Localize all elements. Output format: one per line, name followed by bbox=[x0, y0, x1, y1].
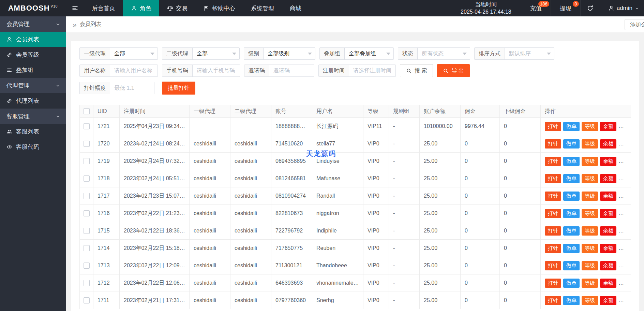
action-level-button[interactable]: 等级 bbox=[582, 157, 598, 166]
filter-select-agent2[interactable]: 二级代理全部 bbox=[162, 47, 240, 60]
action-inject-button[interactable]: 打针 bbox=[545, 139, 561, 149]
nav-item-trade[interactable]: 交易 bbox=[159, 0, 195, 16]
filter-regtime-input[interactable] bbox=[349, 65, 395, 76]
action-inject-button[interactable]: 打针 bbox=[545, 279, 561, 288]
filter-select-level[interactable]: 级别全部级别 bbox=[244, 47, 315, 60]
refresh-button[interactable] bbox=[581, 0, 600, 16]
inject-range-input[interactable] bbox=[110, 82, 154, 94]
cell-commission: 0 bbox=[461, 257, 500, 274]
topnav-right: 当地时间 2025-04-26 17:44:18 充值 186 提现 0 adm… bbox=[451, 0, 644, 16]
action-order-button[interactable]: 做单 bbox=[563, 279, 580, 288]
cell-rule-group: - bbox=[389, 153, 420, 170]
action-inject-button[interactable]: 打针 bbox=[545, 157, 561, 166]
row-checkbox[interactable] bbox=[84, 210, 90, 216]
sidebar-item-service-code[interactable]: 客服代码 bbox=[0, 139, 66, 155]
action-order-button[interactable]: 做单 bbox=[563, 192, 580, 201]
action-balance-button[interactable]: 余额 bbox=[600, 192, 616, 201]
action-level-button[interactable]: 等级 bbox=[582, 209, 598, 218]
action-balance-button[interactable]: 余额 bbox=[600, 174, 616, 183]
nav-item-mall[interactable]: 商城 bbox=[282, 0, 309, 16]
row-checkbox[interactable] bbox=[84, 123, 90, 129]
action-level-button[interactable]: 等级 bbox=[582, 226, 598, 236]
action-order-button[interactable]: 做单 bbox=[563, 226, 580, 236]
action-order-button[interactable]: 做单 bbox=[563, 174, 580, 183]
row-checkbox[interactable] bbox=[84, 245, 90, 251]
filter-invite-input[interactable] bbox=[269, 65, 314, 76]
add-member-button[interactable]: 添加会员 bbox=[625, 19, 644, 30]
action-level-button[interactable]: 等级 bbox=[582, 296, 598, 305]
action-order-button[interactable]: 做单 bbox=[563, 209, 580, 218]
sidebar-item-stack-group[interactable]: 叠加组 bbox=[0, 62, 66, 78]
action-inject-button[interactable]: 打针 bbox=[545, 296, 561, 305]
action-level-button[interactable]: 等级 bbox=[582, 261, 598, 270]
refresh-icon bbox=[587, 5, 594, 12]
row-checkbox[interactable] bbox=[84, 263, 90, 269]
action-order-button[interactable]: 做单 bbox=[563, 296, 580, 305]
nav-item-help[interactable]: 帮助中心 bbox=[195, 0, 243, 16]
sidebar-item-service-list[interactable]: 客服列表 bbox=[0, 124, 66, 139]
action-balance-button[interactable]: 余额 bbox=[600, 279, 616, 288]
action-level-button[interactable]: 等级 bbox=[582, 139, 598, 149]
filter-select-status[interactable]: 状态所有状态 bbox=[398, 47, 470, 60]
action-balance-button[interactable]: 余额 bbox=[600, 139, 616, 149]
select-all-checkbox[interactable] bbox=[84, 108, 90, 114]
sidebar-group-agent-mgmt[interactable]: 代理管理 bbox=[0, 78, 66, 93]
action-level-button[interactable]: 等级 bbox=[582, 279, 598, 288]
user-menu[interactable]: admin bbox=[600, 0, 644, 16]
action-balance-button[interactable]: 余额 bbox=[600, 244, 616, 253]
cell-username: niggatron bbox=[312, 205, 363, 222]
withdraw-button[interactable]: 提现 0 bbox=[551, 0, 581, 16]
action-balance-button[interactable]: 余额 bbox=[600, 296, 616, 305]
sidebar-item-member-level[interactable]: 会员等级 bbox=[0, 47, 66, 62]
batch-inject-button[interactable]: 批量打针 bbox=[162, 82, 195, 95]
action-balance-button[interactable]: 余额 bbox=[600, 209, 616, 218]
action-inject-button[interactable]: 打针 bbox=[545, 226, 561, 236]
action-inject-button[interactable]: 打针 bbox=[545, 209, 561, 218]
action-inject-button[interactable]: 打针 bbox=[545, 122, 561, 131]
filter-label: 一级代理 bbox=[80, 48, 110, 59]
filter-username-input[interactable] bbox=[110, 65, 158, 76]
action-balance-button[interactable]: 余额 bbox=[600, 122, 616, 131]
nav-item-system[interactable]: 系统管理 bbox=[243, 0, 282, 16]
action-level-button[interactable]: 等级 bbox=[582, 244, 598, 253]
sidebar-item-agent-list[interactable]: 代理列表 bbox=[0, 93, 66, 109]
action-balance-button[interactable]: 余额 bbox=[600, 261, 616, 270]
action-order-button[interactable]: 做单 bbox=[563, 122, 580, 131]
chevron-down-icon bbox=[635, 6, 639, 11]
filter-phone-input[interactable] bbox=[193, 65, 240, 76]
action-balance-button[interactable]: 余额 bbox=[600, 157, 616, 166]
action-order-button[interactable]: 做单 bbox=[563, 261, 580, 270]
filter-select-stack[interactable]: 叠加组全部叠加组 bbox=[319, 47, 394, 60]
action-inject-button[interactable]: 打针 bbox=[545, 174, 561, 183]
action-order-button[interactable]: 做单 bbox=[563, 139, 580, 149]
row-checkbox[interactable] bbox=[84, 175, 90, 182]
filter-select-agent1[interactable]: 一级代理全部 bbox=[79, 47, 158, 60]
search-button[interactable]: 搜 索 bbox=[400, 64, 433, 77]
row-checkbox[interactable] bbox=[84, 297, 90, 303]
recharge-button[interactable]: 充值 186 bbox=[521, 0, 551, 16]
export-button[interactable]: 导 出 bbox=[437, 64, 469, 77]
sidebar-toggle-button[interactable] bbox=[66, 0, 84, 16]
action-inject-button[interactable]: 打针 bbox=[545, 244, 561, 253]
action-level-button[interactable]: 等级 bbox=[582, 122, 598, 131]
filter-select-sort[interactable]: 排序方式默认排序 bbox=[474, 47, 554, 60]
cell-level: VIP0 bbox=[363, 292, 389, 309]
row-checkbox[interactable] bbox=[84, 158, 90, 164]
row-checkbox[interactable] bbox=[84, 193, 90, 199]
action-balance-button[interactable]: 余额 bbox=[600, 226, 616, 236]
action-inject-button[interactable]: 打针 bbox=[545, 192, 561, 201]
nav-item-home[interactable]: 后台首页 bbox=[84, 0, 123, 16]
sidebar-group-member-mgmt[interactable]: 会员管理 bbox=[0, 16, 66, 32]
action-order-button[interactable]: 做单 bbox=[563, 244, 580, 253]
row-checkbox[interactable] bbox=[84, 280, 90, 286]
row-checkbox[interactable] bbox=[84, 228, 90, 234]
sidebar-group-service-mgmt[interactable]: 客服管理 bbox=[0, 109, 66, 124]
action-inject-button[interactable]: 打针 bbox=[545, 261, 561, 270]
row-checkbox[interactable] bbox=[84, 141, 90, 147]
action-order-button[interactable]: 做单 bbox=[563, 157, 580, 166]
sidebar-item-member-list[interactable]: 会员列表 bbox=[0, 32, 66, 47]
nav-item-role[interactable]: 角色 bbox=[123, 0, 159, 16]
cell-balance: 1010000.00 bbox=[420, 118, 461, 135]
action-level-button[interactable]: 等级 bbox=[582, 174, 598, 183]
action-level-button[interactable]: 等级 bbox=[582, 192, 598, 201]
